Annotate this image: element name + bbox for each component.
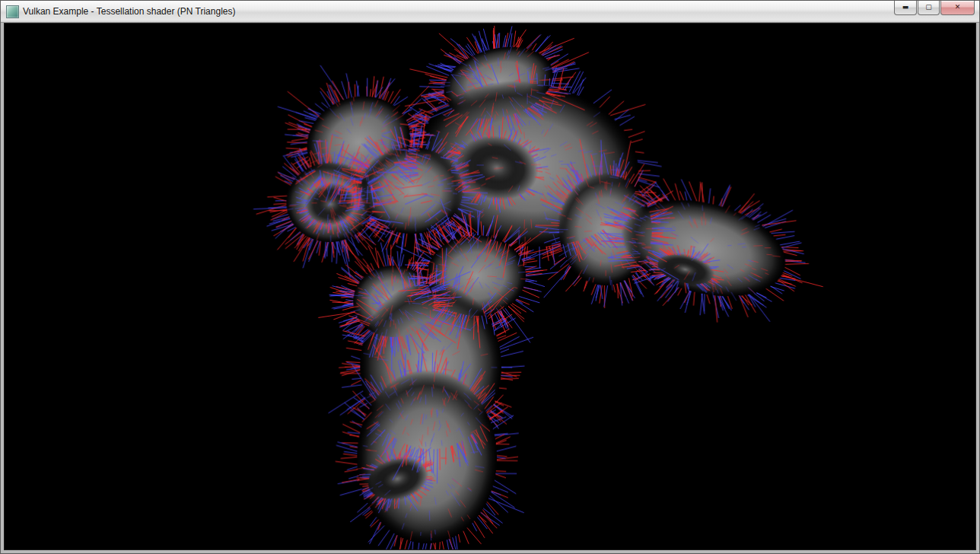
maximize-button[interactable]: ▢	[918, 1, 940, 15]
minimize-button[interactable]: ▬	[894, 1, 917, 15]
window-title: Vulkan Example - Tessellation shader (PN…	[23, 6, 235, 17]
maximize-icon: ▢	[925, 1, 932, 14]
window-controls: ▬ ▢ ✕	[893, 1, 975, 15]
app-window: Vulkan Example - Tessellation shader (PN…	[0, 0, 980, 554]
render-viewport	[4, 23, 976, 550]
viewport-canvas[interactable]	[5, 24, 975, 549]
titlebar[interactable]: Vulkan Example - Tessellation shader (PN…	[1, 1, 979, 23]
minimize-icon: ▬	[902, 1, 909, 14]
close-icon: ✕	[955, 1, 961, 14]
app-icon	[6, 5, 19, 18]
close-button[interactable]: ✕	[940, 1, 975, 15]
